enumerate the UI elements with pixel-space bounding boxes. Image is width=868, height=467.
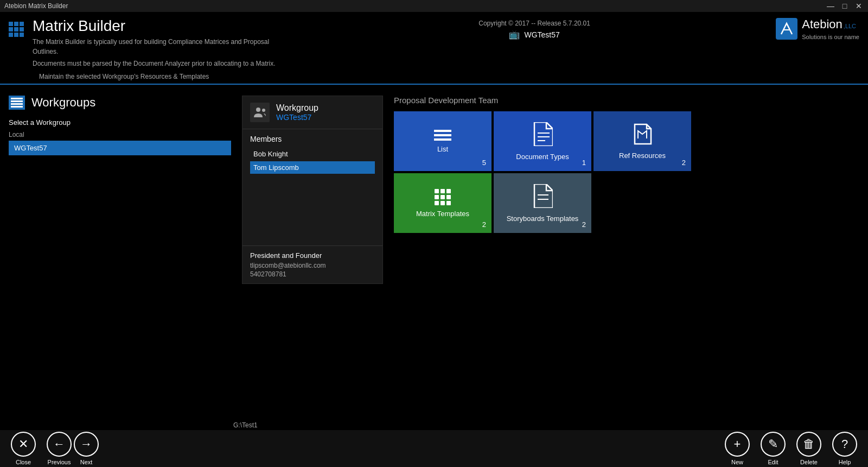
next-label: Next — [80, 459, 93, 465]
svg-rect-1 — [11, 100, 23, 102]
tiles-grid: List 5 Document Types 1 — [394, 111, 859, 233]
header-right: Atebion ,LLC Solutions is our name — [776, 17, 859, 40]
member-tom-lipscomb[interactable]: Tom Lipscomb — [250, 161, 375, 174]
nav-group: ← Previous → Next — [47, 432, 99, 465]
workgroup-members-icon — [250, 103, 270, 122]
close-window-button[interactable]: ✕ — [854, 1, 864, 11]
storyboards-templates-icon — [532, 184, 553, 210]
new-circle-icon: + — [725, 432, 750, 457]
member-role: President and Founder — [250, 251, 375, 260]
app-grid-icon — [9, 22, 24, 37]
svg-rect-3 — [11, 106, 23, 108]
member-bob-knight[interactable]: Bob Knight — [250, 148, 375, 160]
main-content: Workgroups Select a Workgroup Local WGTe… — [0, 85, 868, 295]
list-icon — [434, 130, 451, 141]
copyright-text: Copyright © 2017 -- Release 5.7.20.01 — [478, 20, 590, 27]
new-label: New — [731, 459, 743, 465]
next-circle-icon: → — [74, 432, 99, 457]
member-phone: 5402708781 — [250, 270, 375, 278]
app-header: Matrix Builder The Matrix Builder is typ… — [0, 12, 868, 85]
tile-matrix-templates[interactable]: Matrix Templates 2 — [394, 173, 492, 233]
restore-button[interactable]: □ — [840, 1, 850, 11]
tile-list-label: List — [437, 145, 448, 153]
tile-list-count: 5 — [482, 159, 486, 167]
member-details: President and Founder tlipscomb@atebionl… — [242, 245, 382, 283]
select-workgroup-label: Select a Workgroup — [9, 118, 231, 127]
local-label: Local — [9, 131, 231, 138]
matrix-templates-icon — [435, 189, 451, 205]
close-circle-icon: ✕ — [11, 432, 36, 457]
members-section: Members Bob Knight Tom Lipscomb — [242, 129, 382, 180]
workgroup-card: Workgroup WGTest57 Members Bob Knight To… — [242, 96, 383, 284]
workgroups-title: Workgroups — [31, 96, 95, 110]
workgroups-section-header: Workgroups — [9, 96, 231, 110]
window-controls: — □ ✕ — [826, 1, 864, 11]
tile-document-types-count: 1 — [582, 159, 586, 167]
middle-panel: Workgroup WGTest57 Members Bob Knight To… — [242, 96, 383, 284]
help-circle-icon: ? — [832, 432, 857, 457]
header-center: Copyright © 2017 -- Release 5.7.20.01 📺 … — [478, 20, 590, 40]
delete-button[interactable]: 🗑 Delete — [796, 432, 821, 465]
help-button[interactable]: ? Help — [832, 432, 857, 465]
minimize-button[interactable]: — — [826, 1, 835, 11]
svg-rect-2 — [11, 103, 23, 105]
tile-storyboards-templates-label: Storyboards Templates — [507, 214, 579, 223]
tile-storyboards-templates[interactable]: Storyboards Templates 2 — [494, 173, 591, 233]
members-label: Members — [250, 135, 375, 143]
tile-list[interactable]: List 5 — [394, 111, 492, 171]
help-label: Help — [839, 459, 851, 465]
tile-document-types-label: Document Types — [516, 153, 569, 161]
workspace-icon: 📺 — [509, 29, 520, 40]
window-title: Atebion Matrix Builder — [4, 2, 68, 10]
app-description-line1: The Matrix Builder is typically used for… — [33, 37, 293, 56]
workgroup-label: Workgroup — [276, 103, 318, 113]
logo-icon — [776, 18, 797, 40]
tile-ref-resources-count: 2 — [682, 159, 686, 167]
document-types-icon — [532, 122, 553, 148]
close-button[interactable]: ✕ Close — [11, 432, 36, 465]
previous-label: Previous — [48, 459, 71, 465]
svg-point-5 — [262, 109, 265, 112]
tile-storyboards-templates-count: 2 — [582, 220, 586, 229]
team-name: Proposal Development Team — [394, 96, 859, 105]
workgroup-card-name: WGTest57 — [276, 113, 318, 122]
tile-document-types[interactable]: Document Types 1 — [494, 111, 591, 171]
delete-label: Delete — [800, 459, 818, 465]
logo-text: Atebion — [802, 17, 843, 31]
member-email: tlipscomb@atebionllc.com — [250, 262, 375, 269]
workspace-name: WGTest57 — [524, 30, 559, 39]
workgroups-icon — [9, 96, 25, 110]
delete-circle-icon: 🗑 — [796, 432, 821, 457]
header-subtitle: Maintain the selected Workgroup's Resour… — [9, 68, 859, 84]
ref-resources-icon — [631, 123, 653, 147]
workgroup-item-wgtest57[interactable]: WGTest57 — [9, 141, 231, 155]
atebion-logo: Atebion ,LLC Solutions is our name — [776, 17, 859, 40]
svg-point-4 — [256, 108, 260, 112]
app-description-line2: Documents must be parsed by the Document… — [33, 59, 293, 68]
previous-button[interactable]: ← Previous — [47, 432, 72, 465]
logo-tagline: Solutions is our name — [802, 34, 859, 40]
edit-button[interactable]: ✎ Edit — [761, 432, 786, 465]
close-label: Close — [16, 459, 31, 465]
edit-circle-icon: ✎ — [761, 432, 786, 457]
workgroup-card-header: Workgroup WGTest57 — [242, 96, 382, 129]
app-title: Matrix Builder — [33, 17, 293, 35]
title-bar: Atebion Matrix Builder — □ ✕ — [0, 0, 868, 12]
right-panel: Proposal Development Team List 5 — [394, 96, 859, 284]
tile-ref-resources[interactable]: Ref Resources 2 — [593, 111, 691, 171]
edit-label: Edit — [768, 459, 778, 465]
new-button[interactable]: + New — [725, 432, 750, 465]
bottom-path: G:\Test1 — [233, 421, 258, 429]
next-button[interactable]: → Next — [74, 432, 99, 465]
previous-circle-icon: ← — [47, 432, 72, 457]
tile-ref-resources-label: Ref Resources — [619, 152, 666, 160]
tile-matrix-templates-count: 2 — [482, 220, 486, 229]
logo-llc: ,LLC — [844, 23, 856, 29]
tile-matrix-templates-label: Matrix Templates — [416, 210, 469, 218]
svg-rect-0 — [11, 98, 23, 99]
left-panel: Workgroups Select a Workgroup Local WGTe… — [9, 96, 231, 284]
bottom-toolbar: ✕ Close ← Previous → Next + New ✎ Edit 🗑… — [0, 430, 868, 467]
